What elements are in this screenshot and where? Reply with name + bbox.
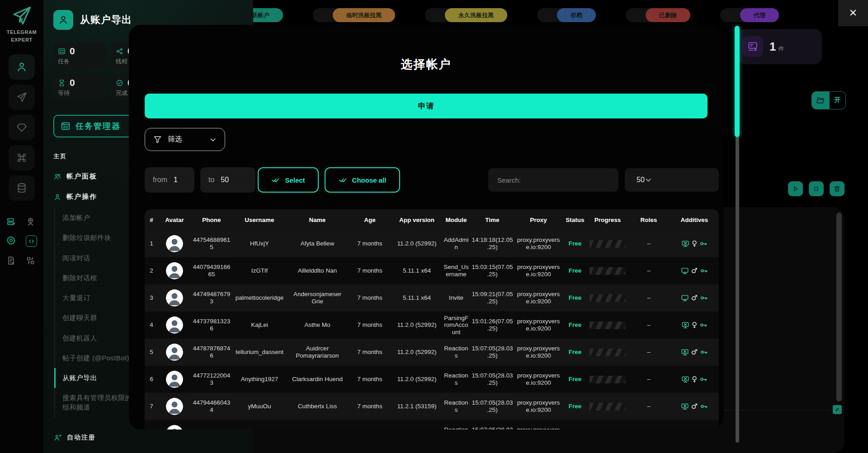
table-row[interactable]: 5447878768746tellurium_dassentAuidrcer P… xyxy=(145,339,719,366)
cell-age: 7 months xyxy=(348,374,392,385)
trash-button[interactable] xyxy=(830,181,844,196)
code-window-icon[interactable] xyxy=(26,236,37,247)
log-scrollbar[interactable] xyxy=(836,212,842,401)
scrollbar-thumb[interactable] xyxy=(735,26,740,137)
export-accounts-icon-button[interactable] xyxy=(53,10,73,30)
column-header: Phone xyxy=(191,217,232,223)
sidebar-bottom: 自动注册 聚集观众 xyxy=(53,434,253,453)
folder-button[interactable] xyxy=(812,92,829,109)
modal-scrollbar xyxy=(735,25,740,447)
cell-status: Free xyxy=(562,265,588,276)
funnel-icon xyxy=(153,135,162,144)
table-row[interactable]: 844746650553unsaturationamaReactions15:0… xyxy=(145,420,719,429)
male-icon: ♂ xyxy=(691,267,698,274)
table-row[interactable]: 24407943916665IzGTIfAlllelddlto Nan7 mon… xyxy=(145,257,719,284)
column-header: Proxy xyxy=(514,217,562,223)
cell-username: palmettocoleridge xyxy=(232,293,287,303)
apply-button[interactable]: 申请 xyxy=(145,94,708,118)
table-row[interactable]: 6447721220043Anything1927Clarksardin Hue… xyxy=(145,366,719,393)
close-button[interactable]: ✕ xyxy=(838,0,868,26)
sidebar-item[interactable]: 删除对话框 xyxy=(55,268,137,288)
rail-premium-button[interactable] xyxy=(9,115,35,140)
cell-status: Free xyxy=(562,238,588,249)
chevron-down-icon xyxy=(645,176,652,184)
task-manager-label: 任务管理器 xyxy=(75,121,121,132)
cell-index: 3 xyxy=(145,293,158,303)
cell-proxy: proxy.proxyverse.io:9200 xyxy=(514,316,562,334)
sidebar-item-auto-register[interactable]: 自动注册 xyxy=(53,434,162,442)
cell-progress xyxy=(588,238,627,250)
sidebar-item[interactable]: 从账户导出 xyxy=(54,368,137,388)
stat-card: 0等待 xyxy=(53,74,106,100)
filter-dropdown[interactable]: 筛选 xyxy=(145,128,225,151)
threads-icon xyxy=(116,47,123,55)
cell-time: 15:03:15(07.05.25) xyxy=(470,262,514,279)
rail-database-button[interactable] xyxy=(9,175,35,201)
cell-time: 14:18:18(12.05.25) xyxy=(470,235,514,252)
doc-check-icon[interactable] xyxy=(6,256,16,265)
account-status-badge[interactable]: 已删除 xyxy=(646,8,690,22)
rail-send-button[interactable] xyxy=(9,85,35,110)
gear-icon[interactable] xyxy=(6,236,16,245)
account-status-badge[interactable]: 临时洗板拉黑 xyxy=(333,8,395,22)
resize-grip-icon[interactable] xyxy=(833,405,842,414)
search-input[interactable] xyxy=(496,176,610,184)
key-icon xyxy=(700,348,708,356)
cell-avatar xyxy=(158,288,191,308)
cell-phone: 44746650553 xyxy=(191,428,232,429)
sidebar-item[interactable]: 搜索具有管理员权限的组和频道 xyxy=(55,388,137,417)
scrollbar-track[interactable] xyxy=(736,136,739,443)
webcam-icon[interactable] xyxy=(26,217,35,226)
cell-roles: – xyxy=(627,265,670,276)
from-input[interactable] xyxy=(173,175,193,184)
cell-avatar xyxy=(158,423,191,429)
sidebar-item[interactable]: 添加帐户 xyxy=(55,208,137,228)
sidebar-item[interactable]: 创建聊天群 xyxy=(55,308,137,328)
cell-time: 15:01:26(07.05.25) xyxy=(470,316,514,334)
rail-accounts-button[interactable] xyxy=(9,54,35,80)
table-row[interactable]: 7447944660434yMuuOuCuthbertx Liss7 month… xyxy=(145,393,719,420)
sidebar-item[interactable]: 删除垃圾邮件块 xyxy=(55,228,137,248)
proxy-device-icon xyxy=(742,36,763,57)
sidebar-item[interactable]: 大量退订 xyxy=(55,288,137,308)
shuffle-icon[interactable] xyxy=(26,256,35,265)
account-status-badge[interactable]: 存档 xyxy=(557,8,596,22)
rail-command-button[interactable] xyxy=(9,145,35,170)
cell-phone: 447546889615 xyxy=(191,235,232,252)
account-status-badge[interactable]: 永久洗板拉黑 xyxy=(445,8,507,22)
sidebar-item[interactable]: 阅读对话 xyxy=(55,248,137,268)
progress-bar xyxy=(590,349,626,356)
cell-username: Anything1927 xyxy=(232,374,287,385)
sidebar-item[interactable]: 创建机器人 xyxy=(55,328,137,348)
sidebar-item[interactable]: 帖子创建 (@PostBot) xyxy=(55,348,137,368)
range-from-box: from xyxy=(145,167,194,193)
select-button[interactable]: Select xyxy=(258,167,319,193)
monitor-x-icon xyxy=(681,321,689,329)
cell-app-version: 5.11.1 x64 xyxy=(392,265,442,276)
cell-age: 7 months xyxy=(348,320,392,330)
play-button[interactable] xyxy=(788,181,803,196)
table-row[interactable]: 1447546889615HfUxjYAfyta Bellew7 months1… xyxy=(145,230,719,257)
person-plus-icon xyxy=(53,434,62,442)
cell-phone: 447721220043 xyxy=(191,370,232,388)
app-root: TELEGRAM EXPERT 从账户导出 0任务0线程0等 xyxy=(0,0,868,453)
accounts-table: #AvatarPhoneUsernameNameAgeApp versionMo… xyxy=(145,209,719,429)
to-input[interactable] xyxy=(220,175,241,184)
to-label: to xyxy=(208,176,214,184)
stop-button[interactable] xyxy=(809,181,824,196)
progress-bar xyxy=(590,240,626,248)
cell-proxy: proxy.proxyverse.io:9200 xyxy=(514,343,562,361)
table-row[interactable]: 3447494876793palmettocoleridgeAndersonja… xyxy=(145,284,719,311)
choose-all-button[interactable]: Choose all xyxy=(325,167,400,193)
cell-index: 8 xyxy=(145,428,158,429)
page-size-select[interactable]: 50 xyxy=(625,168,719,192)
cell-username: unsaturationama xyxy=(232,428,287,429)
server-check-icon[interactable] xyxy=(6,217,16,226)
table-row[interactable]: 4447379813236KajLeiAsthe Mo7 months11.2.… xyxy=(145,311,719,339)
account-actions-submenu: 添加帐户删除垃圾邮件块阅读对话删除对话框大量退订创建聊天群创建机器人帖子创建 (… xyxy=(54,208,137,417)
cell-app-version: 5.11.1 x64 xyxy=(392,293,442,303)
cell-progress xyxy=(588,265,627,277)
telegram-plane-icon xyxy=(7,5,37,27)
account-status-badge[interactable]: 代理 xyxy=(740,8,779,22)
open-button[interactable]: 开 xyxy=(829,92,845,109)
